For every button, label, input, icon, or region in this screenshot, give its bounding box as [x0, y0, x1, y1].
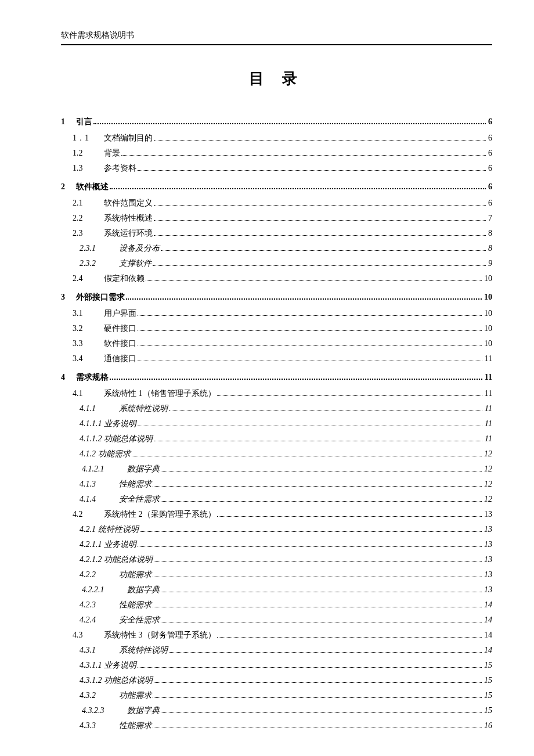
- toc-entry-text: 数据字典: [127, 464, 160, 474]
- toc-entry[interactable]: 4.2.3性能需求14: [61, 600, 492, 610]
- toc-entry-text: 系统特性 2（采购管理子系统）: [104, 509, 216, 520]
- toc-leader-dots: [161, 471, 482, 471]
- toc-entry[interactable]: 4.3.1.1 业务说明15: [61, 660, 492, 671]
- toc-entry-number: 4.1.3: [80, 480, 119, 489]
- toc-entry[interactable]: 4.3系统特性 3（财务管理子系统）14: [61, 630, 492, 640]
- toc-entry-page: 11: [485, 354, 492, 363]
- toc-leader-dots: [161, 712, 482, 713]
- toc-entry-text: 软件范围定义: [104, 198, 153, 208]
- toc-entry-page: 6: [488, 149, 492, 158]
- toc-leader-dots: [138, 170, 486, 171]
- toc-entry-page: 10: [484, 274, 492, 283]
- toc-entry[interactable]: 1引言6: [61, 117, 492, 127]
- toc-leader-dots: [161, 592, 482, 592]
- toc-entry-number: 4.1.1: [80, 404, 119, 413]
- toc-entry-number: 2.3.2: [80, 259, 119, 268]
- toc-entry[interactable]: 3外部接口需求10: [61, 292, 492, 303]
- toc-entry[interactable]: 3.2硬件接口10: [61, 323, 492, 334]
- toc-entry-number: 1.2: [73, 149, 104, 158]
- toc-entry[interactable]: 4.2.2功能需求13: [61, 570, 492, 580]
- toc-entry[interactable]: 4.3.3性能需求16: [61, 721, 492, 731]
- toc-entry[interactable]: 4.3.1.2 功能总体说明15: [61, 675, 492, 686]
- toc-entry-page: 9: [488, 259, 492, 268]
- toc-entry-text: 支撑软件: [119, 258, 151, 269]
- toc-leader-dots: [138, 546, 482, 547]
- toc-entry[interactable]: 1．1文档编制目的6: [61, 133, 492, 143]
- toc-entry[interactable]: 4.1.4安全性需求12: [61, 494, 492, 505]
- toc-entry-text: 需求规格: [76, 372, 109, 383]
- toc-entry-text: 数据字典: [127, 705, 160, 716]
- toc-entry[interactable]: 4.2.2.1数据字典13: [61, 585, 492, 595]
- toc-entry-page: 11: [485, 373, 492, 382]
- toc-entry-text: 背景: [104, 148, 120, 159]
- toc-entry[interactable]: 2.4假定和依赖10: [61, 273, 492, 284]
- toc-entry[interactable]: 4.1.1.1 业务说明11: [61, 419, 492, 429]
- toc-leader-dots: [154, 561, 482, 562]
- toc-entry[interactable]: 2.3系统运行环境8: [61, 228, 492, 239]
- toc-entry[interactable]: 4.1.2 功能需求12: [61, 449, 492, 459]
- toc-leader-dots: [121, 155, 486, 156]
- toc-entry-number: 2.3: [73, 229, 104, 238]
- toc-entry-page: 8: [488, 229, 492, 238]
- toc-entry-text: 文档编制目的: [104, 133, 153, 143]
- toc-leader-dots: [161, 622, 482, 622]
- toc-entry-number: 2.2: [73, 214, 104, 223]
- toc-leader-dots: [154, 205, 486, 206]
- toc-entry[interactable]: 3.3软件接口10: [61, 339, 492, 349]
- toc-entry[interactable]: 4.2.1.1 业务说明13: [61, 539, 492, 550]
- toc-entry[interactable]: 2.2系统特性概述7: [61, 213, 492, 224]
- toc-leader-dots: [153, 577, 482, 577]
- toc-entry[interactable]: 4.3.2.3数据字典15: [61, 705, 492, 716]
- document-header: 软件需求规格说明书: [61, 30, 492, 45]
- toc-entry[interactable]: 4.2.4安全性需求14: [61, 615, 492, 625]
- toc-entry-number: 4.1: [73, 389, 104, 398]
- toc-entry-page: 11: [485, 404, 492, 413]
- toc-entry-number: 4.2.4: [80, 615, 119, 625]
- toc-entry-page: 6: [488, 199, 492, 208]
- toc-entry-page: 6: [488, 134, 492, 143]
- toc-leader-dots: [169, 652, 482, 653]
- toc-entry-page: 7: [488, 214, 492, 223]
- toc-entry-text: 用户界面: [104, 308, 136, 319]
- toc-entry[interactable]: 4.1.3性能需求12: [61, 479, 492, 489]
- toc-entry[interactable]: 4.2.1.2 功能总体说明13: [61, 555, 492, 565]
- toc-entry[interactable]: 3.4通信接口11: [61, 354, 492, 364]
- toc-entry-page: 12: [484, 449, 492, 459]
- toc-leader-dots: [110, 379, 482, 380]
- toc-entry-text: 4.1.1.2 功能总体说明: [80, 434, 153, 444]
- toc-entry[interactable]: 2软件概述6: [61, 182, 492, 192]
- toc-entry-number: 2: [61, 182, 76, 192]
- toc-entry[interactable]: 4.1系统特性 1（销售管理子系统）11: [61, 388, 492, 399]
- toc-entry[interactable]: 4.1.2.1数据字典12: [61, 464, 492, 474]
- toc-entry[interactable]: 3.1用户界面10: [61, 308, 492, 319]
- toc-leader-dots: [93, 123, 486, 124]
- toc-leader-dots: [126, 298, 482, 300]
- toc-leader-dots: [132, 456, 482, 456]
- toc-entry-page: 14: [484, 600, 492, 610]
- toc-entry-page: 15: [484, 706, 492, 715]
- toc-leader-dots: [138, 426, 482, 426]
- toc-entry-page: 12: [484, 480, 492, 489]
- toc-entry[interactable]: 2.3.2支撑软件9: [61, 258, 492, 269]
- toc-entry-number: 4: [61, 373, 76, 382]
- toc-leader-dots: [138, 330, 482, 331]
- toc-entry[interactable]: 1.3参考资料6: [61, 163, 492, 174]
- toc-entry[interactable]: 4.2系统特性 2（采购管理子系统）13: [61, 509, 492, 520]
- toc-entry-page: 14: [484, 631, 492, 640]
- toc-entry[interactable]: 4.1.1系统特性说明11: [61, 404, 492, 414]
- toc-entry[interactable]: 4.3.2功能需求15: [61, 690, 492, 701]
- toc-entry[interactable]: 2.1软件范围定义6: [61, 198, 492, 208]
- toc-entry-page: 6: [488, 117, 492, 127]
- toc-entry[interactable]: 4.3.1系统特性说明14: [61, 645, 492, 656]
- toc-entry-text: 系统特性概述: [104, 213, 153, 224]
- toc-entry[interactable]: 1.2背景6: [61, 148, 492, 159]
- toc-entry[interactable]: 4.1.1.2 功能总体说明11: [61, 434, 492, 444]
- toc-entry-page: 6: [488, 182, 492, 192]
- toc-entry[interactable]: 4需求规格11: [61, 372, 492, 383]
- toc-leader-dots: [138, 315, 482, 316]
- toc-entry[interactable]: 4.2.1 统特性说明13: [61, 524, 492, 535]
- toc-entry[interactable]: 2.3.1设备及分布8: [61, 243, 492, 254]
- toc-entry-number: 2.1: [73, 199, 104, 208]
- toc-entry-text: 设备及分布: [119, 243, 160, 254]
- toc-title: 目 录: [61, 69, 492, 89]
